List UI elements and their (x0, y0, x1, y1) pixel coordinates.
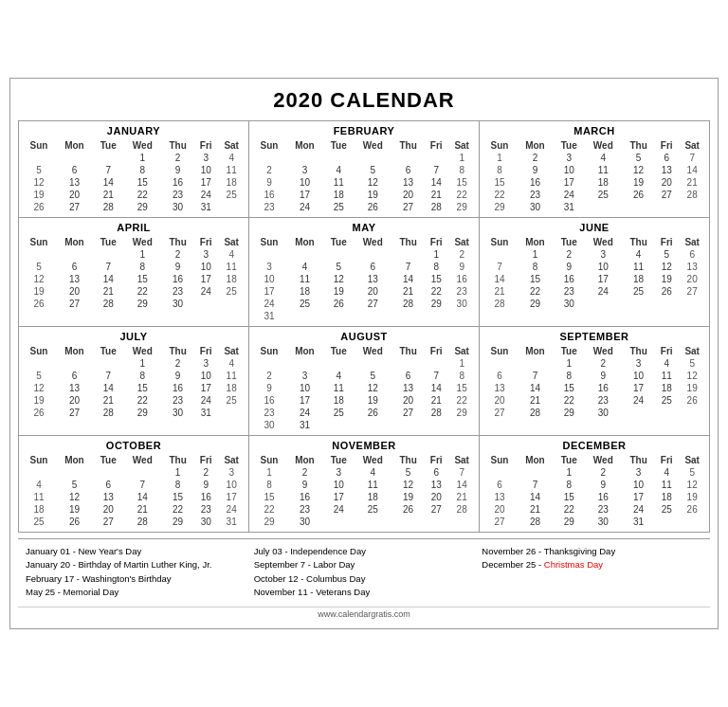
day-cell: 5 (22, 261, 56, 273)
week-row: 1 (252, 357, 476, 370)
weekday-header: Fri (425, 236, 447, 248)
day-cell (655, 298, 678, 310)
day-cell: 16 (584, 491, 622, 503)
weekday-header: Sun (22, 139, 56, 152)
weekday-header: Sun (482, 345, 517, 357)
day-cell: 16 (161, 176, 194, 189)
day-cell: 31 (286, 419, 323, 431)
day-cell: 6 (93, 479, 123, 491)
weekday-header: Thu (161, 139, 194, 152)
week-row: 23242526272829 (252, 407, 476, 419)
day-cell: 16 (517, 176, 554, 189)
day-cell: 31 (554, 201, 584, 213)
day-cell: 15 (554, 491, 584, 503)
day-cell (517, 466, 554, 479)
day-cell (252, 357, 286, 370)
weekday-header: Sat (447, 454, 476, 466)
day-cell: 15 (123, 176, 161, 189)
weekday-header: Tue (554, 345, 584, 357)
day-cell: 17 (194, 382, 217, 394)
week-row: 27282930 (482, 407, 706, 419)
week-row: 3031 (252, 419, 476, 431)
day-cell: 10 (194, 261, 217, 273)
day-cell: 23 (517, 189, 554, 201)
day-cell: 19 (56, 503, 93, 516)
weekday-header: Thu (161, 345, 194, 357)
day-cell: 26 (22, 201, 56, 213)
day-cell: 18 (584, 176, 622, 189)
day-cell: 5 (622, 152, 655, 164)
day-cell: 7 (447, 466, 476, 479)
day-cell: 2 (584, 466, 622, 479)
day-cell: 13 (56, 273, 93, 285)
week-row: 14151617181920 (482, 273, 706, 285)
month-block-april: APRILSunMonTueWedThuFriSat12345678910111… (19, 218, 249, 327)
week-row: 567891011 (22, 370, 246, 382)
day-cell: 30 (447, 298, 476, 310)
month-table: SunMonTueWedThuFriSat1234567891011121314… (22, 454, 246, 528)
day-cell: 3 (252, 261, 286, 273)
day-cell: 14 (425, 382, 447, 394)
day-cell (447, 419, 476, 431)
day-cell: 7 (425, 370, 447, 382)
week-row: 18192021222324 (22, 503, 246, 516)
day-cell: 9 (161, 370, 194, 382)
day-cell: 27 (354, 298, 391, 310)
day-cell (217, 298, 246, 310)
day-cell (655, 516, 678, 528)
day-cell (622, 407, 655, 419)
day-cell: 10 (217, 479, 246, 491)
weekday-header: Thu (622, 236, 655, 248)
day-cell: 20 (655, 176, 678, 189)
day-cell (252, 152, 286, 164)
day-cell: 10 (323, 479, 354, 491)
day-cell (56, 466, 93, 479)
week-row: 13141516171819 (482, 491, 706, 503)
week-row: 31 (252, 310, 476, 322)
day-cell: 29 (123, 298, 161, 310)
day-cell (354, 248, 391, 261)
day-cell: 27 (93, 516, 123, 528)
day-cell: 5 (56, 479, 93, 491)
day-cell: 11 (323, 176, 354, 189)
week-row: 1 (252, 152, 476, 164)
day-cell: 17 (584, 273, 622, 285)
day-cell: 26 (22, 298, 56, 310)
day-cell: 12 (354, 176, 391, 189)
day-cell: 3 (554, 152, 584, 164)
week-row: 25262728293031 (22, 516, 246, 528)
day-cell: 6 (56, 370, 93, 382)
day-cell: 9 (517, 164, 554, 176)
holiday-item-red: December 25 - Christmas Day (482, 558, 702, 571)
weekday-header: Sat (217, 345, 246, 357)
weekday-header: Mon (286, 345, 323, 357)
day-cell: 7 (93, 164, 123, 176)
day-cell: 24 (286, 407, 323, 419)
day-cell (425, 152, 447, 164)
week-row: 20212223242526 (482, 503, 706, 516)
day-cell: 9 (584, 370, 622, 382)
month-name: FEBRUARY (252, 125, 476, 136)
day-cell: 19 (622, 176, 655, 189)
day-cell: 29 (161, 516, 194, 528)
day-cell: 3 (194, 357, 217, 370)
day-cell (22, 357, 56, 370)
day-cell: 9 (252, 176, 286, 189)
day-cell: 9 (584, 479, 622, 491)
day-cell: 22 (252, 503, 286, 516)
weekday-header: Sun (482, 236, 517, 248)
day-cell: 1 (252, 466, 286, 479)
day-cell: 2 (161, 357, 194, 370)
day-cell: 14 (678, 164, 706, 176)
day-cell: 14 (93, 382, 123, 394)
day-cell: 22 (425, 285, 447, 298)
day-cell: 18 (217, 176, 246, 189)
weekday-header: Sat (678, 454, 706, 466)
day-cell: 20 (425, 491, 447, 503)
day-cell: 9 (194, 479, 217, 491)
holiday-item: October 12 - Columbus Day (254, 572, 475, 586)
day-cell: 23 (554, 285, 584, 298)
day-cell: 22 (482, 189, 517, 201)
day-cell: 10 (584, 261, 622, 273)
day-cell: 27 (56, 407, 93, 419)
